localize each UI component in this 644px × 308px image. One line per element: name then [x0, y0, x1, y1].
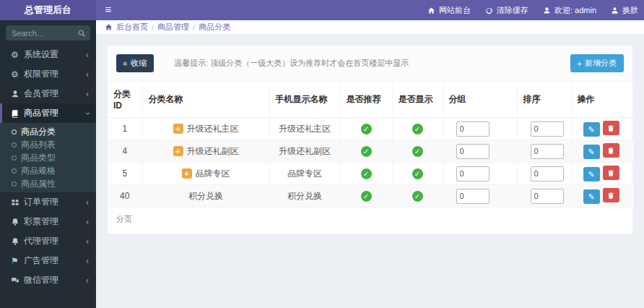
chevron-left-icon: ‹: [86, 275, 89, 286]
sidebar: ⚙ 系统设置 ‹ ⚙ 权限管理 ‹ 会员管理 ‹ 商品管理 ‹ 商品分类 商品列…: [0, 20, 96, 308]
delete-button[interactable]: [603, 188, 619, 202]
table-row: 1 +升级还礼主区 升级还礼主区 ✓ ✓ ✎: [108, 118, 634, 140]
cell-name: 品牌专区: [196, 168, 230, 180]
search-icon[interactable]: [73, 25, 90, 40]
expand-icon[interactable]: +: [182, 168, 192, 179]
sidebar-item-wechat[interactable]: 微信管理 ‹: [0, 270, 96, 290]
edit-button[interactable]: ✎: [583, 122, 600, 137]
sort-input[interactable]: [531, 121, 564, 137]
breadcrumb: 后台首页 / 商品管理 / 商品分类: [96, 20, 644, 34]
col-header-actions: 操作: [571, 82, 634, 118]
add-category-button[interactable]: + 新增分类: [570, 54, 624, 72]
bell-icon: [11, 218, 24, 226]
sidebar-item-product-attrs[interactable]: 商品属性: [0, 177, 96, 190]
category-table: 分类ID 分类名称 手机显示名称 是否推荐 是否显示 分组 排序 操作 1 +升…: [108, 82, 634, 208]
table-row: 5 +品牌专区 品牌专区 ✓ ✓ ✎: [108, 163, 634, 185]
sort-input[interactable]: [531, 189, 564, 204]
sidebar-item-permissions[interactable]: ⚙ 权限管理 ‹: [0, 64, 96, 84]
trash-icon: [607, 147, 614, 155]
sidebar-toggle-icon[interactable]: ≡: [96, 0, 121, 20]
breadcrumb-home[interactable]: 后台首页: [116, 22, 148, 33]
circle-icon: [12, 129, 17, 134]
clear-cache-link[interactable]: 清除缓存: [485, 5, 528, 16]
sidebar-item-lottery[interactable]: 彩票管理 ‹: [0, 212, 96, 231]
sort-input[interactable]: [531, 144, 564, 159]
welcome-admin[interactable]: 欢迎: admin: [543, 5, 596, 16]
cell-mobile-name: 升级还礼副区: [269, 140, 340, 163]
collapse-button[interactable]: « 收缩: [116, 54, 154, 72]
show-check-icon[interactable]: ✓: [412, 191, 423, 202]
recommend-check-icon[interactable]: ✓: [361, 168, 372, 179]
show-check-icon[interactable]: ✓: [412, 146, 423, 157]
sidebar-item-members[interactable]: 会员管理 ‹: [0, 84, 96, 103]
book-icon: [11, 109, 24, 118]
expand-icon[interactable]: +: [173, 124, 183, 134]
cogs-icon: ⚙: [11, 69, 24, 80]
sidebar-item-product-types[interactable]: 商品类型: [0, 151, 96, 164]
cell-name: 升级还礼主区: [187, 123, 239, 135]
col-header-mobile-name: 手机显示名称: [269, 82, 340, 118]
pagination-label: 分页: [108, 208, 632, 234]
edit-button[interactable]: ✎: [583, 189, 600, 204]
comments-icon: [11, 276, 24, 285]
trash-icon: [607, 192, 614, 200]
home-icon: [105, 23, 113, 31]
group-input[interactable]: [456, 121, 489, 137]
sort-input[interactable]: [531, 166, 564, 181]
col-header-sort: 排序: [517, 82, 571, 118]
group-input[interactable]: [456, 166, 489, 181]
sidebar-item-product-categories[interactable]: 商品分类: [0, 125, 96, 138]
recommend-check-icon[interactable]: ✓: [361, 124, 372, 134]
change-skin-link[interactable]: 换肤: [611, 5, 638, 16]
topbar-links: 网站前台 清除缓存 欢迎: admin 换肤: [427, 0, 638, 20]
expand-icon[interactable]: +: [173, 146, 183, 156]
col-header-id: 分类ID: [108, 82, 142, 118]
gear-icon: ⚙: [11, 50, 24, 60]
frontend-link[interactable]: 网站前台: [427, 5, 471, 16]
trash-icon: [607, 124, 614, 132]
tip-text: 温馨提示: 顶级分类（一级大类）设为推荐时才会在首页楼层中显示: [174, 58, 409, 69]
edit-button[interactable]: ✎: [583, 167, 600, 181]
cell-name: 积分兑换: [188, 190, 223, 202]
table-row: 40 积分兑换 积分兑换 ✓ ✓ ✎: [108, 185, 634, 208]
delete-button[interactable]: [603, 143, 619, 158]
pencil-icon: ✎: [588, 170, 594, 179]
products-submenu: 商品分类 商品列表 商品类型 商品规格 商品属性: [0, 123, 96, 192]
pencil-icon: ✎: [588, 192, 594, 202]
sidebar-item-products[interactable]: 商品管理 ‹: [0, 103, 96, 123]
sidebar-item-agents[interactable]: 代理管理 ‹: [0, 231, 96, 251]
user-icon: [11, 90, 24, 98]
circle-icon: [12, 142, 17, 147]
top-navbar: 总管理后台 ≡ 网站前台 清除缓存 欢迎: admin 换肤: [0, 0, 644, 20]
show-check-icon[interactable]: ✓: [412, 168, 423, 179]
sidebar-item-system-settings[interactable]: ⚙ 系统设置 ‹: [0, 45, 96, 64]
delete-button[interactable]: [603, 166, 619, 180]
cell-mobile-name: 升级还礼主区: [269, 118, 340, 140]
group-input[interactable]: [456, 189, 489, 204]
chevron-left-icon: ‹: [86, 50, 89, 60]
sidebar-item-ads[interactable]: ⚑ 广告管理 ‹: [0, 251, 96, 270]
group-input[interactable]: [456, 144, 489, 159]
circle-icon: [12, 155, 17, 161]
delete-button[interactable]: [603, 121, 619, 135]
app-title: 总管理后台: [0, 0, 96, 20]
sidebar-item-product-list[interactable]: 商品列表: [0, 138, 96, 151]
search-input[interactable]: [6, 25, 73, 40]
recommend-check-icon[interactable]: ✓: [361, 146, 372, 157]
sidebar-item-orders[interactable]: 订单管理 ‹: [0, 192, 96, 212]
sidebar-item-product-specs[interactable]: 商品规格: [0, 164, 96, 177]
refresh-icon: [485, 7, 493, 14]
breadcrumb-current[interactable]: 商品分类: [199, 22, 230, 33]
col-header-group: 分组: [443, 82, 517, 118]
chevron-left-icon: ‹: [86, 89, 89, 99]
col-header-recommend: 是否推荐: [340, 82, 392, 118]
recommend-check-icon[interactable]: ✓: [361, 191, 372, 202]
col-header-name: 分类名称: [142, 82, 269, 118]
edit-button[interactable]: ✎: [583, 145, 600, 159]
chevron-left-icon: ‹: [86, 256, 89, 266]
cell-id: 1: [108, 118, 142, 140]
show-check-icon[interactable]: ✓: [412, 124, 423, 134]
chevron-left-icon: ‹: [86, 69, 89, 80]
breadcrumb-products[interactable]: 商品管理: [157, 22, 189, 33]
collapse-icon: «: [121, 61, 130, 65]
